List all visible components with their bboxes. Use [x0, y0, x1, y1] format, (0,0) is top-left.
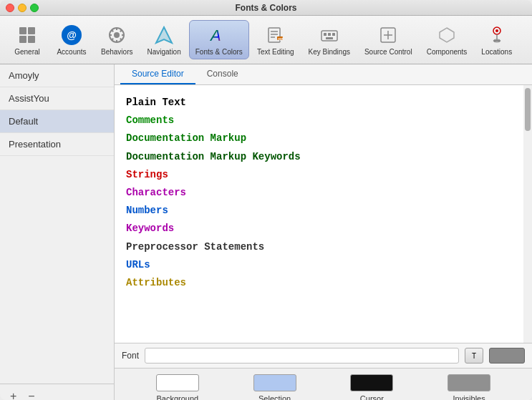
toolbar-key-bindings-label: Key Bindings [309, 48, 350, 56]
svg-point-32 [495, 29, 498, 32]
svg-line-11 [120, 39, 122, 40]
editor-line-plain-text[interactable]: Plain Text [126, 94, 521, 112]
window-title: Fonts & Colors [236, 3, 297, 13]
toolbar-accounts-label: Accounts [57, 48, 86, 56]
source-control-icon [377, 24, 400, 47]
toolbar-accounts[interactable]: @ Accounts [50, 20, 93, 59]
sidebar-item-amoyly[interactable]: Amoyly [0, 64, 114, 87]
toolbar-key-bindings[interactable]: Key Bindings [302, 20, 357, 59]
toolbar-general-label: General [14, 48, 40, 56]
toolbar-components-label: Components [427, 48, 468, 56]
cursor-swatch-item[interactable]: Cursor [350, 374, 393, 400]
scrollbar-thumb [525, 88, 531, 131]
invisibles-swatch-item[interactable]: Invisibles [448, 374, 490, 400]
toolbar-source-control-label: Source Control [364, 48, 412, 56]
svg-line-13 [112, 39, 113, 40]
sidebar-footer: + − [0, 384, 114, 400]
editor-line-numbers[interactable]: Numbers [126, 202, 521, 220]
svg-rect-27 [326, 37, 333, 39]
editor-line-documentation-markup[interactable]: Documentation Markup [126, 130, 521, 147]
svg-rect-25 [328, 33, 331, 36]
font-bar: Font T [115, 343, 532, 368]
toolbar-navigation[interactable]: Navigation [140, 20, 187, 59]
svg-rect-0 [19, 27, 26, 34]
background-swatch[interactable] [156, 374, 199, 391]
fonts-colors-icon: A [208, 24, 231, 47]
toolbar: General @ Accounts Behaviors [0, 16, 532, 64]
toolbar-fonts-colors[interactable]: A Fonts & Colors [189, 20, 249, 59]
editor-lines: Plain TextCommentsDocumentation MarkupDo… [126, 94, 521, 292]
svg-point-5 [114, 32, 120, 38]
remove-theme-button[interactable]: − [25, 389, 37, 400]
invisibles-swatch[interactable] [448, 374, 490, 391]
toolbar-components[interactable]: Components [420, 20, 474, 59]
accounts-icon: @ [60, 24, 83, 47]
close-button[interactable] [6, 4, 14, 12]
invisibles-swatch-label: Invisibles [453, 394, 485, 400]
sidebar: Amoyly AssistYou Default Presentation + … [0, 64, 115, 400]
editor-line-characters[interactable]: Characters [126, 184, 521, 202]
toolbar-navigation-label: Navigation [147, 48, 180, 56]
svg-rect-2 [19, 36, 26, 43]
editor-area[interactable]: Plain TextCommentsDocumentation MarkupDo… [115, 85, 532, 343]
toolbar-fonts-colors-label: Fonts & Colors [195, 48, 243, 56]
toolbar-text-editing[interactable]: opt Text Editing [251, 20, 301, 59]
editor-line-urls[interactable]: URLs [126, 256, 521, 274]
editor-line-preprocessor-statements[interactable]: Preprocessor Statements [126, 238, 521, 256]
tab-bar: Source Editor Console [115, 64, 532, 85]
components-icon [435, 24, 458, 47]
editor-line-strings[interactable]: Strings [126, 166, 521, 184]
minimize-button[interactable] [18, 4, 26, 12]
behaviors-icon [105, 24, 128, 47]
tab-source-editor[interactable]: Source Editor [120, 64, 195, 84]
scrollbar-track[interactable] [523, 85, 532, 343]
background-swatch-label: Background [157, 394, 199, 400]
svg-rect-26 [332, 33, 335, 36]
selection-swatch-item[interactable]: Selection [253, 374, 296, 400]
selection-swatch-label: Selection [258, 394, 291, 400]
key-bindings-icon [318, 24, 341, 47]
toolbar-general[interactable]: General [6, 20, 49, 59]
font-t-button[interactable]: T [465, 348, 483, 364]
traffic-lights [6, 4, 39, 12]
main-content: Amoyly AssistYou Default Presentation + … [0, 64, 532, 400]
svg-text:opt: opt [278, 36, 284, 41]
background-swatch-item[interactable]: Background [156, 374, 199, 400]
content-area: Source Editor Console Plain TextComments… [115, 64, 532, 400]
cursor-swatch-label: Cursor [360, 394, 384, 400]
general-icon [16, 24, 39, 47]
editor-line-attributes[interactable]: Attributes [126, 274, 521, 292]
title-bar: Fonts & Colors [0, 0, 532, 16]
tab-console[interactable]: Console [195, 64, 250, 84]
sidebar-item-default[interactable]: Default [0, 110, 114, 133]
svg-rect-24 [324, 33, 327, 36]
sidebar-item-presentation[interactable]: Presentation [0, 133, 114, 156]
cursor-swatch[interactable] [350, 374, 393, 391]
text-editing-icon: opt [264, 24, 287, 47]
bottom-bar: Background Selection Cursor Invisibles [115, 368, 532, 400]
editor-line-keywords[interactable]: Keywords [126, 220, 521, 238]
svg-line-12 [120, 30, 122, 31]
toolbar-locations[interactable]: Locations [475, 20, 518, 59]
svg-marker-15 [156, 27, 172, 43]
editor-line-documentation-markup-keywords[interactable]: Documentation Markup Keywords [126, 148, 521, 166]
navigation-icon [153, 24, 175, 47]
svg-text:A: A [209, 26, 221, 44]
toolbar-behaviors-label: Behaviors [101, 48, 132, 56]
selection-swatch[interactable] [253, 374, 296, 391]
svg-rect-3 [28, 36, 35, 43]
font-label: Font [122, 351, 139, 361]
toolbar-locations-label: Locations [481, 48, 512, 56]
font-color-button[interactable] [489, 348, 525, 364]
svg-rect-1 [28, 27, 35, 34]
locations-icon [485, 24, 508, 47]
maximize-button[interactable] [30, 4, 39, 12]
svg-line-10 [112, 30, 113, 31]
add-theme-button[interactable]: + [7, 389, 19, 400]
toolbar-behaviors[interactable]: Behaviors [95, 20, 139, 59]
editor-line-comments[interactable]: Comments [126, 112, 521, 130]
font-input[interactable] [145, 348, 459, 364]
sidebar-item-assistyou[interactable]: AssistYou [0, 87, 114, 110]
toolbar-text-editing-label: Text Editing [257, 48, 294, 56]
toolbar-source-control[interactable]: Source Control [358, 20, 419, 59]
